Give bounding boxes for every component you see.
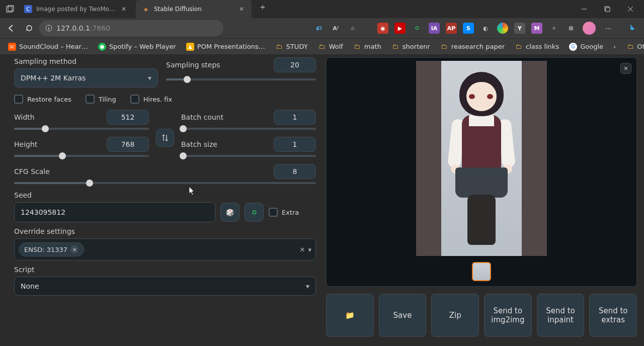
tab-title: Image posted by TwoMoreTimes: [36, 6, 116, 13]
seed-label: Seed: [14, 191, 316, 199]
slides-icon: ▲: [186, 43, 194, 51]
bookmark-pom[interactable]: ▲POM Presentations…: [182, 41, 269, 53]
sampling-method-select[interactable]: DPM++ 2M Karras ▾: [14, 68, 158, 88]
ext-ublock-icon[interactable]: ◉: [377, 23, 388, 34]
thumbnail[interactable]: [472, 262, 491, 281]
batch-count-input[interactable]: 1: [274, 110, 316, 125]
ext-ap-icon[interactable]: AP: [446, 23, 457, 34]
url-text: 127.0.0.1:7860: [56, 24, 217, 32]
tab-close-icon[interactable]: ✕: [237, 5, 246, 13]
batch-count-slider[interactable]: [181, 128, 316, 130]
minimize-button[interactable]: [573, 0, 596, 18]
bookmark-label: Google: [580, 43, 603, 50]
folder-icon: 📁: [345, 311, 355, 320]
bookmark-shortenr[interactable]: 🗀shortenr: [387, 41, 434, 53]
seed-extra-checkbox[interactable]: Extra: [269, 208, 299, 217]
settings-more-icon[interactable]: ⋯: [602, 25, 615, 32]
generated-image[interactable]: [416, 61, 547, 256]
tab-title: Stable Diffusion: [154, 6, 233, 13]
sampling-steps-input[interactable]: 20: [274, 57, 316, 72]
cfg-scale-input[interactable]: 8: [274, 164, 316, 179]
swap-dimensions-button[interactable]: [156, 129, 174, 147]
shopping-icon[interactable]: 🏷: [313, 23, 324, 34]
chevron-down-icon[interactable]: ▾: [308, 246, 311, 253]
cfg-scale-label: CFG Scale: [14, 167, 50, 176]
ext-shazam-icon[interactable]: S: [463, 23, 474, 34]
close-button[interactable]: [619, 0, 642, 18]
tab-actions-button[interactable]: [4, 3, 16, 15]
toolbar-icons: 🏷 A⁾ ☆ ◉ ▶ ♻ IA AP S ◐ Y M ✧ ⊞ ⋯: [313, 20, 641, 37]
cfg-scale-slider[interactable]: [14, 182, 316, 184]
override-tag[interactable]: ENSD: 31337 ✕: [19, 242, 84, 256]
new-tab-button[interactable]: ＋: [256, 0, 270, 14]
bookmarks-overflow-icon[interactable]: ›: [609, 43, 620, 50]
width-slider[interactable]: [14, 128, 149, 130]
favorite-icon[interactable]: ☆: [347, 23, 358, 34]
send-img2img-button[interactable]: Send to img2img: [484, 294, 532, 337]
google-icon: G: [569, 43, 577, 51]
bookmark-soundcloud[interactable]: scSoundCloud – Hear…: [4, 41, 92, 53]
bookmark-wolf[interactable]: 🗀Wolf: [314, 41, 347, 53]
ext-ia-icon[interactable]: IA: [429, 23, 440, 34]
ext-youtube-icon[interactable]: ▶: [394, 23, 406, 34]
tab-close-icon[interactable]: ✕: [120, 5, 128, 13]
width-label: Width: [14, 113, 35, 121]
folder-icon: 🗀: [515, 43, 523, 51]
script-select[interactable]: None ▾: [14, 277, 316, 296]
batch-size-slider[interactable]: [181, 155, 316, 157]
open-folder-button[interactable]: 📁: [326, 294, 374, 337]
tag-remove-icon[interactable]: ✕: [70, 245, 78, 253]
soundcloud-icon: sc: [8, 43, 16, 51]
sampling-steps-slider[interactable]: [166, 78, 316, 80]
titlebar: C Image posted by TwoMoreTimes ✕ ◈ Stabl…: [0, 0, 644, 18]
seed-random-button[interactable]: 🎲: [220, 203, 239, 222]
batch-size-input[interactable]: 1: [274, 137, 316, 152]
address-bar: 127.0.0.1:7860 🏷 A⁾ ☆ ◉ ▶ ♻ IA AP S ◐ Y …: [0, 18, 644, 38]
chevron-down-icon: ▾: [148, 74, 151, 82]
height-slider[interactable]: [14, 155, 149, 157]
zip-button[interactable]: Zip: [431, 294, 479, 337]
script-label: Script: [14, 266, 316, 274]
ext-color-icon[interactable]: [497, 23, 508, 34]
refresh-button[interactable]: [21, 20, 37, 36]
url-input[interactable]: 127.0.0.1:7860: [39, 20, 223, 36]
ext-y-icon[interactable]: Y: [514, 23, 525, 34]
send-inpaint-button[interactable]: Send to inpaint: [537, 294, 585, 337]
ext-bulb-icon[interactable]: ◐: [480, 23, 491, 34]
thumbnail-strip: [330, 262, 633, 281]
override-settings-input[interactable]: ENSD: 31337 ✕ ✕ ▾: [14, 238, 316, 261]
collections-icon[interactable]: ⊞: [566, 23, 577, 34]
settings-panel: Sampling method DPM++ 2M Karras ▾ Sampli…: [14, 54, 316, 346]
back-button[interactable]: [3, 20, 19, 36]
favorites-icon[interactable]: ✧: [548, 23, 559, 34]
tiling-checkbox[interactable]: Tiling: [86, 95, 116, 104]
tab-image-posted[interactable]: C Image posted by TwoMoreTimes ✕: [18, 0, 134, 18]
bookmark-math[interactable]: 🗀math: [349, 41, 385, 53]
seed-reuse-button[interactable]: ♻: [245, 203, 264, 222]
profile-avatar[interactable]: [583, 22, 596, 35]
ext-m-icon[interactable]: M: [531, 23, 542, 34]
sampling-steps-label: Sampling steps: [166, 61, 220, 69]
close-preview-button[interactable]: ✕: [620, 63, 631, 74]
restore-faces-checkbox[interactable]: Restore faces: [14, 95, 71, 104]
hires-fix-checkbox[interactable]: Hires. fix: [130, 95, 172, 104]
seed-input[interactable]: 1243095812: [14, 202, 215, 222]
bing-chat-icon[interactable]: [624, 20, 641, 37]
save-button[interactable]: Save: [379, 294, 427, 337]
width-input[interactable]: 512: [107, 110, 149, 125]
folder-icon: 🗀: [318, 43, 326, 51]
height-input[interactable]: 768: [107, 137, 149, 152]
read-aloud-icon[interactable]: A⁾: [330, 23, 341, 34]
bookmark-classlinks[interactable]: 🗀class links: [511, 41, 563, 53]
send-extras-button[interactable]: Send to extras: [589, 294, 637, 337]
tab-strip: C Image posted by TwoMoreTimes ✕ ◈ Stabl…: [18, 0, 573, 18]
ext-green-icon[interactable]: ♻: [412, 23, 423, 34]
bookmark-spotify[interactable]: ●Spotify – Web Player: [94, 41, 180, 53]
bookmark-google[interactable]: GGoogle: [565, 41, 607, 53]
bookmark-research[interactable]: 🗀reasearch paper: [436, 41, 509, 53]
bookmark-study[interactable]: 🗀STUDY: [271, 41, 312, 53]
clear-all-icon[interactable]: ✕: [300, 246, 305, 253]
tab-stable-diffusion[interactable]: ◈ Stable Diffusion ✕: [136, 0, 252, 18]
maximize-button[interactable]: [596, 0, 619, 18]
bookmark-other[interactable]: 🗀Other favorites: [622, 41, 644, 53]
